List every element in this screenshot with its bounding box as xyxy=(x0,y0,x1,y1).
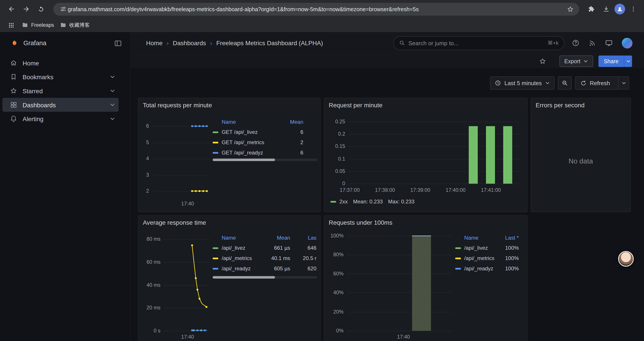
zoom-out-icon xyxy=(562,80,568,86)
rss-icon[interactable] xyxy=(588,39,596,47)
apps-grid-icon[interactable] xyxy=(6,20,16,30)
bookmark-folder-freeleaps[interactable]: Freeleaps xyxy=(22,22,54,28)
home-icon xyxy=(10,59,17,67)
legend-max: Max: 0.233 xyxy=(388,198,414,204)
zoom-out-button[interactable] xyxy=(558,76,572,90)
legend: 2xx Mean: 0.233 Max: 0.233 xyxy=(330,198,414,204)
reload-button[interactable] xyxy=(34,3,48,16)
user-avatar[interactable] xyxy=(622,38,632,48)
site-settings-icon[interactable] xyxy=(59,5,68,14)
legend-row[interactable]: GET /api/_livez 6 xyxy=(212,127,317,137)
series-color-dash[interactable] xyxy=(455,247,461,249)
refresh-interval-dropdown[interactable] xyxy=(618,76,629,90)
legend-row[interactable]: GET /api/_readyz 6 xyxy=(212,147,317,158)
grafana-sidebar: Grafana Home Bookmarks xyxy=(0,32,130,341)
legend-series-mean: 605 µs xyxy=(265,265,290,272)
search-input[interactable]: Search or jump to... ⌘+k xyxy=(393,36,564,50)
legend-row[interactable]: /api/_metrics 100% xyxy=(455,253,524,263)
legend-header-mean[interactable]: Mean xyxy=(278,119,303,125)
sidebar-item-bookmarks[interactable]: Bookmarks xyxy=(2,70,118,84)
legend-row[interactable]: /api/_readyz 100% xyxy=(455,263,524,274)
series-color-dash[interactable] xyxy=(455,257,461,259)
legend-series-name: /api/_readyz xyxy=(464,265,494,272)
x-axis-tick: 17:40 xyxy=(177,333,198,340)
legend-row[interactable]: /api/_metrics 40.1 ms 20.5 r xyxy=(212,253,317,263)
series-color-dash[interactable] xyxy=(212,131,218,133)
legend-table: Name Mean Las /api/_livez 661 µs 646 /ap… xyxy=(212,232,317,274)
legend-row[interactable]: /api/_readyz 605 µs 620 xyxy=(212,263,317,274)
bell-icon xyxy=(10,115,17,122)
legend-row[interactable]: GET /api/_metrics 2 xyxy=(212,137,317,147)
bookmark-label: Freeleaps xyxy=(31,22,54,28)
series-color-dash[interactable] xyxy=(212,152,218,153)
sidebar-item-home[interactable]: Home xyxy=(2,56,118,70)
search-shortcut: ⌘+k xyxy=(548,40,559,46)
legend-table: Name Last * /api/_livez 100% /api/_metri… xyxy=(455,232,524,274)
breadcrumb-current: Freeleaps Metrics Dashboard (ALPHA) xyxy=(216,40,323,47)
scrollbar-thumb[interactable] xyxy=(212,159,275,161)
refresh-icon xyxy=(580,80,586,86)
grafana-logo[interactable] xyxy=(10,39,19,48)
refresh-button[interactable]: Refresh xyxy=(575,76,618,90)
back-button[interactable] xyxy=(5,3,18,16)
floating-assistant-avatar[interactable] xyxy=(618,251,634,267)
legend-row[interactable]: /api/_livez 100% xyxy=(455,243,524,253)
legend-row[interactable]: /api/_livez 661 µs 646 xyxy=(212,243,317,253)
favorite-star-icon[interactable] xyxy=(539,58,546,65)
sidebar-item-alerting[interactable]: Alerting xyxy=(2,112,118,126)
legend-series-name[interactable]: 2xx xyxy=(340,198,348,204)
star-icon xyxy=(10,87,17,95)
legend-header-last[interactable]: Last * xyxy=(494,234,518,240)
chevron-down-icon xyxy=(583,59,588,64)
breadcrumb-dashboards[interactable]: Dashboards xyxy=(173,40,206,47)
share-button[interactable]: Share xyxy=(598,56,624,67)
chevron-down-icon[interactable] xyxy=(110,102,115,108)
sidebar-item-dashboards[interactable]: Dashboards xyxy=(2,98,118,112)
series-color-dash[interactable] xyxy=(330,201,336,202)
series-color-dash[interactable] xyxy=(212,257,218,259)
sidebar-nav: Home Bookmarks Starred xyxy=(0,56,130,126)
breadcrumb-home[interactable]: Home xyxy=(146,40,163,47)
legend-series-name: /api/_livez xyxy=(222,245,265,251)
sidebar-item-label: Home xyxy=(22,60,39,67)
panel-title[interactable]: Errors per second xyxy=(536,102,584,109)
series-color-dash[interactable] xyxy=(455,268,461,269)
legend-series-value: 6 xyxy=(278,129,303,135)
dock-sidebar-icon[interactable] xyxy=(114,39,122,47)
url-bar[interactable]: grafana.mathmast.com/d/deytv4rwavabkb/fr… xyxy=(53,3,579,15)
legend-series-name: GET /api/_readyz xyxy=(222,150,278,156)
scrollbar-thumb[interactable] xyxy=(212,276,275,278)
chevron-down-icon[interactable] xyxy=(110,88,115,94)
legend-header-name[interactable]: Name xyxy=(222,234,265,240)
refresh-label: Refresh xyxy=(586,80,613,86)
legend-series-value: 2 xyxy=(278,139,303,146)
url-text[interactable]: grafana.mathmast.com/d/deytv4rwavabkb/fr… xyxy=(68,6,565,12)
legend-header: Name Last * xyxy=(455,232,524,243)
series-color-dash[interactable] xyxy=(212,142,218,143)
monitor-icon[interactable] xyxy=(605,39,613,47)
share-dropdown-button[interactable] xyxy=(624,56,632,67)
browser-profile-avatar[interactable] xyxy=(614,4,625,15)
legend-header-mean[interactable]: Mean xyxy=(265,234,290,240)
download-icon[interactable] xyxy=(600,3,613,16)
help-icon[interactable] xyxy=(572,39,580,47)
legend-header-last[interactable]: Las xyxy=(290,234,316,240)
sidebar-item-starred[interactable]: Starred xyxy=(2,84,118,98)
legend-header-name[interactable]: Name xyxy=(464,234,494,240)
series-color-dash[interactable] xyxy=(212,268,218,269)
export-button[interactable]: Export xyxy=(560,56,593,67)
panel-requests-under-100ms: Requests under 100ms 100% 80% 60% 40% 20… xyxy=(324,215,528,341)
extensions-icon[interactable] xyxy=(585,3,598,16)
browser-menu-kebab-icon[interactable] xyxy=(627,3,640,16)
legend-header-name[interactable]: Name xyxy=(222,119,278,125)
chevron-down-icon[interactable] xyxy=(110,74,115,80)
bookmark-folder-blogs[interactable]: 收藏博客 xyxy=(60,22,90,29)
legend-scrollbar[interactable] xyxy=(212,159,317,161)
chevron-down-icon xyxy=(621,81,626,85)
bookmark-star-icon[interactable] xyxy=(565,4,575,14)
legend-scrollbar[interactable] xyxy=(212,276,317,278)
time-range-picker[interactable]: Last 5 minutes xyxy=(490,76,554,90)
forward-button[interactable] xyxy=(20,3,33,16)
series-color-dash[interactable] xyxy=(212,247,218,249)
chevron-down-icon[interactable] xyxy=(110,116,115,122)
